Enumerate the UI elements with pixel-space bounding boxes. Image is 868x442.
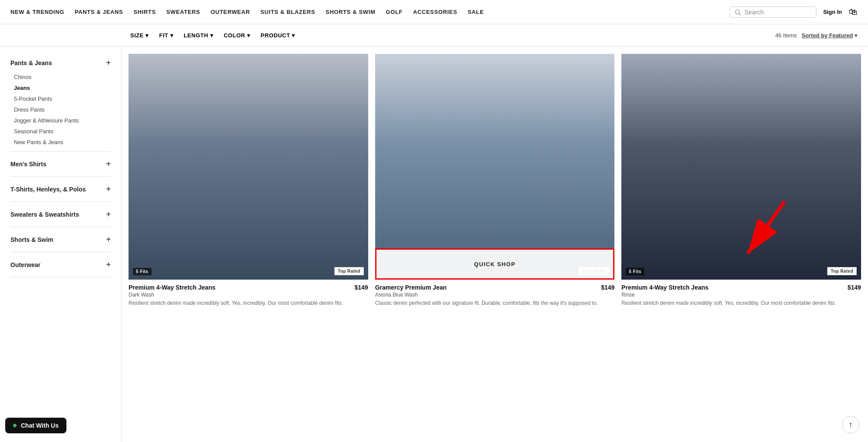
search-box[interactable]: Search [729, 7, 816, 18]
product-price-2: $149 [601, 284, 614, 291]
nav-right: Search Sign In 🛍 [729, 7, 858, 18]
nav-golf[interactable]: GOLF [386, 9, 403, 15]
expand-icon: + [106, 210, 111, 219]
chat-label: Chat With Us [21, 422, 59, 429]
nav-shirts[interactable]: SHIRTS [133, 9, 156, 15]
product-info-1: Premium 4-Way Stretch Jeans $149 Dark Wa… [129, 280, 368, 309]
chevron-down-icon: ▾ [855, 32, 858, 39]
product-desc-1: Resilient stretch denim made incredibly … [129, 300, 368, 307]
search-icon [734, 9, 741, 16]
product-wash-2: Astoria Blue Wash [375, 292, 615, 298]
sidebar-header-mens-shirts[interactable]: Men's Shirts + [10, 155, 111, 173]
nav-outerwear[interactable]: OUTERWEAR [211, 9, 250, 15]
chat-widget[interactable]: Chat With Us [5, 418, 66, 433]
nav-sweaters[interactable]: SWEATERS [166, 9, 200, 15]
nav-new-trending[interactable]: NEW & TRENDING [10, 9, 64, 15]
chevron-down-icon: ▾ [292, 32, 295, 39]
sidebar: Pants & Jeans + Chinos Jeans 5-Pocket Pa… [0, 47, 122, 442]
product-filter[interactable]: PRODUCT ▾ [261, 32, 295, 39]
sort-info: 46 Items Sorted by Featured ▾ [775, 32, 858, 39]
sidebar-section-label: Shorts & Swim [10, 236, 53, 243]
svg-line-1 [739, 13, 740, 15]
cart-icon[interactable]: 🛍 [849, 7, 858, 17]
chevron-down-icon: ▾ [210, 32, 214, 39]
sidebar-item-jogger[interactable]: Jogger & Athleisure Pants [14, 115, 111, 126]
item-count: 46 Items [775, 32, 797, 39]
sign-in-button[interactable]: Sign In [823, 9, 842, 15]
main-layout: Pants & Jeans + Chinos Jeans 5-Pocket Pa… [0, 47, 868, 442]
product-image-wrap-1: 5 Fits Top Rated [129, 54, 368, 280]
product-image-wrap-2: Best Seller QUICK SHOP [375, 54, 615, 280]
product-image-2 [375, 54, 615, 280]
filter-bar: SIZE ▾ FIT ▾ LENGTH ▾ COLOR ▾ PRODUCT ▾ … [0, 24, 868, 47]
product-wash-3: Rinse [621, 292, 861, 298]
fits-badge-3: 5 Fits [626, 268, 644, 275]
sidebar-items-pants-jeans: Chinos Jeans 5-Pocket Pants Dress Pants … [10, 72, 111, 148]
product-image-3 [621, 54, 861, 280]
top-nav: NEW & TRENDING PANTS & JEANS SHIRTS SWEA… [0, 0, 868, 24]
product-image-1 [129, 54, 368, 280]
product-desc-2: Classic denim perfected with our signatu… [375, 300, 615, 307]
chevron-down-icon: ▾ [145, 32, 149, 39]
scroll-to-top-button[interactable]: ↑ [842, 416, 859, 433]
expand-icon: + [106, 185, 111, 194]
quick-shop-button[interactable]: QUICK SHOP [375, 248, 615, 280]
sidebar-section-label: T-Shirts, Henleys, & Polos [10, 186, 86, 193]
size-filter[interactable]: SIZE ▾ [130, 32, 149, 39]
sidebar-item-jeans[interactable]: Jeans [14, 82, 111, 93]
expand-icon: + [106, 235, 111, 244]
sidebar-item-dress-pants[interactable]: Dress Pants [14, 104, 111, 115]
scroll-top-icon: ↑ [849, 420, 853, 429]
product-info-3: Premium 4-Way Stretch Jeans $149 Rinse R… [621, 280, 861, 309]
product-title-row-2: Gramercy Premium Jean $149 [375, 284, 615, 291]
product-price-1: $149 [355, 284, 368, 291]
sidebar-header-outerwear[interactable]: Outerwear + [10, 256, 111, 274]
product-title-2: Gramercy Premium Jean [375, 284, 447, 291]
product-grid: 5 Fits Top Rated Premium 4-Way Stretch J… [122, 47, 868, 442]
sidebar-section-outerwear: Outerwear + [10, 256, 111, 277]
nav-accessories[interactable]: ACCESSORIES [413, 9, 457, 15]
sidebar-section-sweaters: Sweaters & Sweatshirts + [10, 205, 111, 227]
sidebar-item-chinos[interactable]: Chinos [14, 72, 111, 82]
product-title-3: Premium 4-Way Stretch Jeans [621, 284, 708, 291]
product-card-2[interactable]: Best Seller QUICK SHOP Gramercy Premium … [375, 54, 615, 309]
product-price-3: $149 [848, 284, 861, 291]
sidebar-header-pants-jeans[interactable]: Pants & Jeans + [10, 54, 111, 72]
color-filter[interactable]: COLOR ▾ [224, 32, 250, 39]
nav-sale[interactable]: SALE [468, 9, 484, 15]
nav-links: NEW & TRENDING PANTS & JEANS SHIRTS SWEA… [10, 9, 717, 15]
fit-filter[interactable]: FIT ▾ [159, 32, 174, 39]
sidebar-header-sweaters[interactable]: Sweaters & Sweatshirts + [10, 205, 111, 223]
sidebar-item-5pocket[interactable]: 5-Pocket Pants [14, 93, 111, 104]
product-card-3[interactable]: 5 Fits Top Rated Premium 4-Way Stretch J… [621, 54, 861, 309]
product-card-1[interactable]: 5 Fits Top Rated Premium 4-Way Stretch J… [129, 54, 368, 309]
nav-shorts[interactable]: SHORTS & SWIM [326, 9, 376, 15]
sort-button[interactable]: Sorted by Featured [802, 32, 853, 39]
product-title-1: Premium 4-Way Stretch Jeans [129, 284, 215, 291]
sidebar-section-pants-jeans: Pants & Jeans + Chinos Jeans 5-Pocket Pa… [10, 54, 111, 152]
product-image-wrap-3: 5 Fits Top Rated [621, 54, 861, 280]
chevron-down-icon: ▾ [247, 32, 251, 39]
sidebar-section-label: Outerwear [10, 261, 40, 268]
sidebar-header-tshirts[interactable]: T-Shirts, Henleys, & Polos + [10, 180, 111, 198]
top-rated-badge-1: Top Rated [334, 267, 364, 275]
product-info-2: Gramercy Premium Jean $149 Astoria Blue … [375, 280, 615, 309]
search-placeholder: Search [745, 9, 764, 16]
nav-suits[interactable]: SUITS & BLAZERS [261, 9, 315, 15]
product-wash-1: Dark Wash [129, 292, 368, 298]
sidebar-item-new-pants[interactable]: New Pants & Jeans [14, 137, 111, 148]
sidebar-section-label: Men's Shirts [10, 161, 46, 168]
expand-icon: + [106, 260, 111, 269]
fits-badge-1: 5 Fits [133, 268, 152, 275]
expand-icon: + [106, 58, 111, 67]
top-rated-badge-3: Top Rated [827, 267, 857, 275]
chat-status-dot [13, 424, 17, 427]
expand-icon: + [106, 159, 111, 168]
sidebar-section-label: Sweaters & Sweatshirts [10, 211, 79, 218]
sidebar-section-shorts-swim: Shorts & Swim + [10, 231, 111, 252]
sidebar-item-seasonal[interactable]: Seasonal Pants [14, 126, 111, 137]
length-filter[interactable]: LENGTH ▾ [184, 32, 213, 39]
nav-pants-jeans[interactable]: PANTS & JEANS [75, 9, 123, 15]
sidebar-section-mens-shirts: Men's Shirts + [10, 155, 111, 177]
sidebar-header-shorts-swim[interactable]: Shorts & Swim + [10, 231, 111, 248]
